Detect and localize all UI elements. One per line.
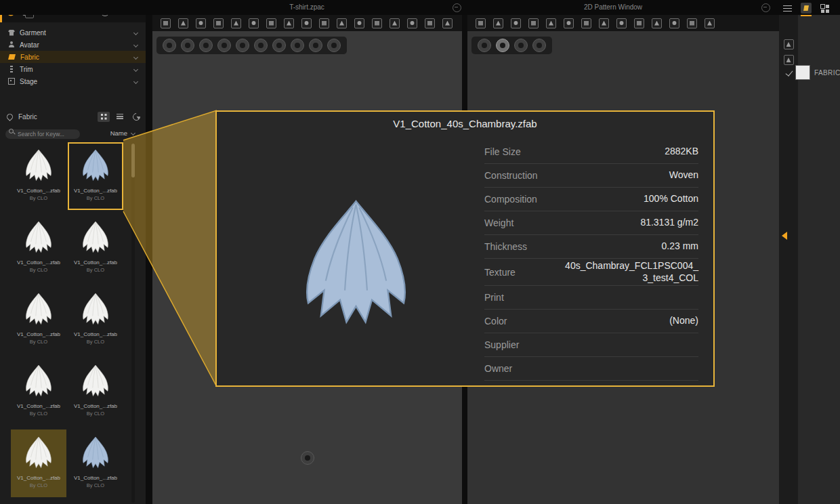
tool-icon[interactable] (476, 18, 486, 28)
view-mode-icon[interactable] (254, 39, 268, 52)
library-scrollbar[interactable] (131, 144, 135, 503)
tool-icon[interactable] (581, 18, 591, 28)
sort-dropdown[interactable]: Name (110, 129, 140, 137)
tool-icon[interactable] (616, 18, 627, 28)
fabric-item[interactable]: V1_Cotton_...zfab By CLO (68, 286, 123, 354)
tool-icon[interactable] (705, 18, 715, 28)
refresh-icon[interactable] (131, 111, 142, 121)
property-value: 40s_Chambray_FCL1PSC004_3_test4_COL (563, 260, 698, 284)
tool-icon[interactable] (669, 18, 679, 28)
tool-icon[interactable] (634, 18, 644, 28)
tool-icon[interactable] (372, 18, 382, 28)
view-mode-icon[interactable] (217, 39, 231, 52)
tool-icon[interactable] (652, 18, 662, 28)
tool-icon[interactable] (178, 18, 188, 28)
property-row: Supplier (484, 333, 698, 357)
fabric-item-author: By CLO (30, 339, 47, 345)
fabric-item[interactable]: V1_Cotton_...zfab By CLO (11, 214, 66, 282)
fabric-item[interactable]: V1_Cotton_...zfab By CLO (11, 286, 66, 354)
right-edge-strip (779, 15, 798, 504)
view-mode-icon[interactable] (199, 39, 213, 52)
library-categories: Garment Avatar Fabric Trim Stage (0, 22, 146, 87)
property-label: File Size (484, 146, 521, 157)
tool-icon[interactable] (231, 18, 241, 28)
tool-icon[interactable] (564, 18, 574, 28)
tool-icon[interactable] (407, 18, 417, 28)
fabric-item[interactable]: V1_Cotton_...zfab By CLO (11, 358, 66, 425)
scrollbar-thumb[interactable] (131, 144, 135, 177)
tool-icon[interactable] (425, 18, 435, 28)
sidebar-item-stage[interactable]: Stage (0, 75, 146, 87)
category-label: Garment (20, 29, 46, 37)
property-label: Print (484, 292, 504, 303)
tool-icon[interactable] (337, 18, 347, 28)
object-browser-fabric-row[interactable]: FABRIC (787, 65, 840, 80)
document-title: T-shirt.zpac (222, 3, 392, 11)
property-label: Weight (484, 217, 513, 228)
view-mode-icon[interactable] (514, 39, 528, 52)
tool-icon[interactable] (493, 18, 503, 28)
tool-icon[interactable] (266, 18, 276, 28)
sidebar-item-trim[interactable]: Trim (0, 63, 146, 75)
tool-icon[interactable] (354, 18, 364, 28)
view-mode-bar-2d (471, 37, 552, 54)
toolbar-2d (467, 15, 779, 31)
panel-tool-icon[interactable] (784, 55, 794, 65)
search-input[interactable] (5, 129, 80, 139)
tool-icon[interactable] (249, 18, 259, 28)
tool-icon[interactable] (390, 18, 400, 28)
view-mode-icon[interactable] (327, 39, 341, 52)
library-grid-icon[interactable] (820, 4, 828, 12)
tool-icon[interactable] (161, 18, 171, 28)
view-mode-icon[interactable] (478, 39, 491, 52)
view-mode-icon[interactable] (309, 39, 322, 52)
list-view-button[interactable] (114, 112, 126, 122)
tool-icon[interactable] (528, 18, 539, 28)
fabric-swatch (795, 65, 810, 80)
property-label: Thickness (484, 241, 527, 252)
view-mode-icon[interactable] (272, 39, 286, 52)
gizmo-icon[interactable] (301, 451, 314, 465)
view-mode-icon[interactable] (163, 39, 176, 52)
chevron-down-icon (133, 30, 138, 35)
fabric-item-name: V1_Cotton_...zfab (74, 259, 117, 266)
tool-icon[interactable] (511, 18, 521, 28)
tool-icon[interactable] (284, 18, 294, 28)
tool-icon[interactable] (687, 18, 697, 28)
fabric-item[interactable]: V1_Cotton_...zfab By CLO (11, 142, 66, 210)
sidebar-item-avatar[interactable]: Avatar (0, 39, 146, 51)
window-menu-icon-3d[interactable] (453, 3, 461, 12)
view-mode-icon[interactable] (291, 39, 304, 52)
tool-icon[interactable] (319, 18, 329, 28)
collapse-panel-arrow-icon[interactable] (782, 232, 787, 240)
view-mode-icon[interactable] (236, 39, 249, 52)
view-mode-icon[interactable] (532, 39, 546, 52)
property-value: 100% Cotton (644, 193, 698, 205)
library-sidebar: Garment Avatar Fabric Trim Stage (0, 0, 146, 504)
view-mode-icon[interactable] (181, 39, 194, 52)
fabric-item-selected[interactable]: V1_Cotton_...zfab By CLO (68, 142, 123, 210)
fabric-tab-icon[interactable] (801, 3, 812, 14)
property-row: Construction Woven (484, 164, 698, 188)
view-mode-icon-active[interactable] (496, 39, 509, 52)
library-search-row: Name (0, 125, 146, 139)
list-view-icon (117, 114, 123, 119)
fabric-item-highlighted[interactable]: V1_Cotton_...zfab By CLO (11, 429, 66, 497)
tool-icon[interactable] (196, 18, 206, 28)
check-icon (785, 68, 793, 77)
tool-icon[interactable] (301, 18, 312, 28)
menu-icon[interactable] (783, 5, 792, 12)
panel-tool-icon[interactable] (784, 39, 794, 49)
tool-icon[interactable] (213, 18, 224, 28)
tool-icon[interactable] (599, 18, 609, 28)
tool-icon[interactable] (546, 18, 556, 28)
fabric-item[interactable]: V1_Cotton_...zfab By CLO (68, 429, 123, 497)
sidebar-item-garment[interactable]: Garment (0, 26, 146, 39)
sidebar-item-fabric[interactable]: Fabric (0, 51, 146, 63)
fabric-detail-popup: V1_Cotton_40s_Chambray.zfab File Size 28… (215, 110, 715, 387)
fabric-item[interactable]: V1_Cotton_...zfab By CLO (68, 358, 123, 425)
grid-view-button[interactable] (98, 112, 110, 122)
window-menu-icon-2d[interactable] (761, 3, 770, 12)
fabric-item[interactable]: V1_Cotton_...zfab By CLO (68, 214, 123, 282)
tool-icon[interactable] (442, 18, 453, 28)
